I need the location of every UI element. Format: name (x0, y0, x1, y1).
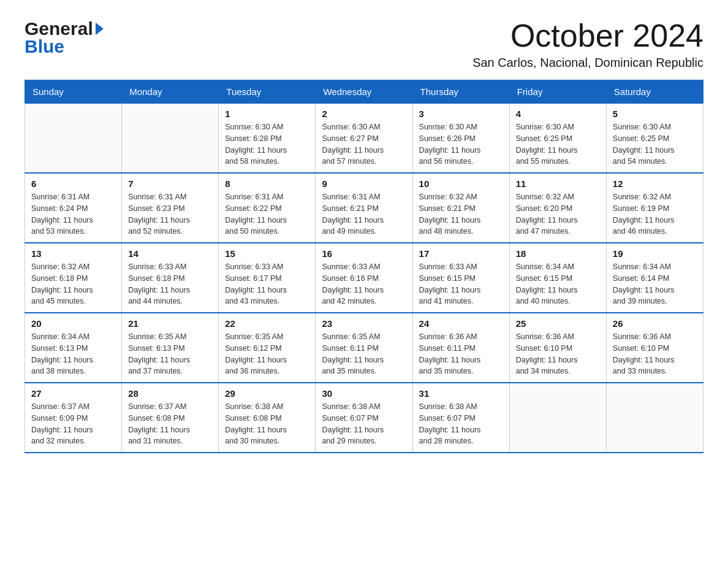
calendar-cell: 24Sunrise: 6:36 AM Sunset: 6:11 PM Dayli… (412, 313, 509, 383)
calendar-cell: 1Sunrise: 6:30 AM Sunset: 6:28 PM Daylig… (219, 104, 316, 174)
day-info: Sunrise: 6:31 AM Sunset: 6:24 PM Dayligh… (31, 191, 115, 237)
day-number: 6 (31, 178, 115, 189)
day-info: Sunrise: 6:30 AM Sunset: 6:27 PM Dayligh… (322, 121, 406, 167)
day-info: Sunrise: 6:32 AM Sunset: 6:18 PM Dayligh… (31, 261, 115, 307)
weekday-header-friday: Friday (509, 80, 606, 104)
weekday-header-monday: Monday (122, 80, 219, 104)
calendar-cell: 2Sunrise: 6:30 AM Sunset: 6:27 PM Daylig… (316, 104, 412, 174)
day-number: 24 (419, 318, 503, 329)
day-number: 8 (225, 178, 309, 189)
calendar-cell: 15Sunrise: 6:33 AM Sunset: 6:17 PM Dayli… (219, 243, 316, 313)
week-row-1: 1Sunrise: 6:30 AM Sunset: 6:28 PM Daylig… (25, 104, 703, 174)
day-info: Sunrise: 6:34 AM Sunset: 6:13 PM Dayligh… (31, 331, 115, 377)
calendar-cell (25, 104, 122, 174)
day-number: 20 (31, 318, 115, 329)
calendar-cell: 30Sunrise: 6:38 AM Sunset: 6:07 PM Dayli… (316, 383, 412, 453)
day-info: Sunrise: 6:36 AM Sunset: 6:10 PM Dayligh… (613, 331, 697, 377)
calendar-cell: 21Sunrise: 6:35 AM Sunset: 6:13 PM Dayli… (122, 313, 219, 383)
day-number: 27 (31, 388, 115, 399)
day-info: Sunrise: 6:33 AM Sunset: 6:18 PM Dayligh… (128, 261, 212, 307)
day-info: Sunrise: 6:38 AM Sunset: 6:08 PM Dayligh… (225, 401, 309, 447)
day-number: 26 (613, 318, 697, 329)
day-info: Sunrise: 6:31 AM Sunset: 6:21 PM Dayligh… (322, 191, 406, 237)
day-number: 11 (516, 178, 600, 189)
day-number: 17 (419, 248, 503, 259)
calendar-cell: 25Sunrise: 6:36 AM Sunset: 6:10 PM Dayli… (509, 313, 606, 383)
calendar-cell: 28Sunrise: 6:37 AM Sunset: 6:08 PM Dayli… (122, 383, 219, 453)
day-info: Sunrise: 6:31 AM Sunset: 6:22 PM Dayligh… (225, 191, 309, 237)
day-info: Sunrise: 6:30 AM Sunset: 6:25 PM Dayligh… (516, 121, 600, 167)
day-info: Sunrise: 6:30 AM Sunset: 6:28 PM Dayligh… (225, 121, 309, 167)
calendar-cell: 11Sunrise: 6:32 AM Sunset: 6:20 PM Dayli… (509, 173, 606, 243)
day-number: 10 (419, 178, 503, 189)
day-info: Sunrise: 6:30 AM Sunset: 6:26 PM Dayligh… (419, 121, 503, 167)
calendar-cell: 31Sunrise: 6:38 AM Sunset: 6:07 PM Dayli… (412, 383, 509, 453)
logo-blue-text: Blue (25, 36, 64, 57)
weekday-header-wednesday: Wednesday (316, 80, 412, 104)
day-number: 30 (322, 388, 406, 399)
day-info: Sunrise: 6:34 AM Sunset: 6:15 PM Dayligh… (516, 261, 600, 307)
day-number: 25 (516, 318, 600, 329)
calendar-cell: 27Sunrise: 6:37 AM Sunset: 6:09 PM Dayli… (25, 383, 122, 453)
week-row-3: 13Sunrise: 6:32 AM Sunset: 6:18 PM Dayli… (25, 243, 703, 313)
day-info: Sunrise: 6:33 AM Sunset: 6:15 PM Dayligh… (419, 261, 503, 307)
title-section: October 2024 San Carlos, Nacional, Domin… (472, 18, 703, 70)
calendar-cell: 12Sunrise: 6:32 AM Sunset: 6:19 PM Dayli… (606, 173, 703, 243)
calendar-cell: 17Sunrise: 6:33 AM Sunset: 6:15 PM Dayli… (412, 243, 509, 313)
day-info: Sunrise: 6:30 AM Sunset: 6:25 PM Dayligh… (613, 121, 697, 167)
weekday-header-saturday: Saturday (606, 80, 703, 104)
calendar-cell: 13Sunrise: 6:32 AM Sunset: 6:18 PM Dayli… (25, 243, 122, 313)
day-info: Sunrise: 6:33 AM Sunset: 6:16 PM Dayligh… (322, 261, 406, 307)
day-number: 4 (516, 109, 600, 119)
day-info: Sunrise: 6:37 AM Sunset: 6:09 PM Dayligh… (31, 401, 115, 447)
day-info: Sunrise: 6:31 AM Sunset: 6:23 PM Dayligh… (128, 191, 212, 237)
day-info: Sunrise: 6:35 AM Sunset: 6:12 PM Dayligh… (225, 331, 309, 377)
calendar-cell (122, 104, 219, 174)
day-number: 12 (613, 178, 697, 189)
calendar-cell: 23Sunrise: 6:35 AM Sunset: 6:11 PM Dayli… (316, 313, 412, 383)
calendar-cell: 6Sunrise: 6:31 AM Sunset: 6:24 PM Daylig… (25, 173, 122, 243)
calendar-cell: 10Sunrise: 6:32 AM Sunset: 6:21 PM Dayli… (412, 173, 509, 243)
day-number: 3 (419, 109, 503, 119)
logo-triangle-icon (96, 23, 104, 35)
day-info: Sunrise: 6:35 AM Sunset: 6:11 PM Dayligh… (322, 331, 406, 377)
day-number: 9 (322, 178, 406, 189)
day-info: Sunrise: 6:36 AM Sunset: 6:11 PM Dayligh… (419, 331, 503, 377)
weekday-header-sunday: Sunday (25, 80, 122, 104)
day-number: 21 (128, 318, 212, 329)
calendar-cell: 16Sunrise: 6:33 AM Sunset: 6:16 PM Dayli… (316, 243, 412, 313)
day-info: Sunrise: 6:37 AM Sunset: 6:08 PM Dayligh… (128, 401, 212, 447)
day-info: Sunrise: 6:38 AM Sunset: 6:07 PM Dayligh… (419, 401, 503, 447)
calendar-cell: 5Sunrise: 6:30 AM Sunset: 6:25 PM Daylig… (606, 104, 703, 174)
week-row-2: 6Sunrise: 6:31 AM Sunset: 6:24 PM Daylig… (25, 173, 703, 243)
calendar-cell: 3Sunrise: 6:30 AM Sunset: 6:26 PM Daylig… (412, 104, 509, 174)
day-number: 31 (419, 388, 503, 399)
day-info: Sunrise: 6:32 AM Sunset: 6:19 PM Dayligh… (613, 191, 697, 237)
weekday-header-row: SundayMondayTuesdayWednesdayThursdayFrid… (25, 80, 703, 104)
day-number: 16 (322, 248, 406, 259)
day-info: Sunrise: 6:38 AM Sunset: 6:07 PM Dayligh… (322, 401, 406, 447)
weekday-header-thursday: Thursday (412, 80, 509, 104)
day-info: Sunrise: 6:34 AM Sunset: 6:14 PM Dayligh… (613, 261, 697, 307)
day-info: Sunrise: 6:33 AM Sunset: 6:17 PM Dayligh… (225, 261, 309, 307)
calendar-cell: 20Sunrise: 6:34 AM Sunset: 6:13 PM Dayli… (25, 313, 122, 383)
calendar-cell: 7Sunrise: 6:31 AM Sunset: 6:23 PM Daylig… (122, 173, 219, 243)
day-info: Sunrise: 6:36 AM Sunset: 6:10 PM Dayligh… (516, 331, 600, 377)
calendar-table: SundayMondayTuesdayWednesdayThursdayFrid… (25, 80, 703, 453)
day-number: 2 (322, 109, 406, 119)
calendar-cell (509, 383, 606, 453)
day-info: Sunrise: 6:32 AM Sunset: 6:21 PM Dayligh… (419, 191, 503, 237)
day-number: 29 (225, 388, 309, 399)
month-title: October 2024 (472, 18, 703, 53)
calendar-cell: 14Sunrise: 6:33 AM Sunset: 6:18 PM Dayli… (122, 243, 219, 313)
calendar-cell: 26Sunrise: 6:36 AM Sunset: 6:10 PM Dayli… (606, 313, 703, 383)
day-number: 5 (613, 109, 697, 119)
week-row-5: 27Sunrise: 6:37 AM Sunset: 6:09 PM Dayli… (25, 383, 703, 453)
calendar-cell (606, 383, 703, 453)
day-number: 23 (322, 318, 406, 329)
header: General Blue October 2024 San Carlos, Na… (25, 18, 703, 70)
day-number: 22 (225, 318, 309, 329)
calendar-cell: 4Sunrise: 6:30 AM Sunset: 6:25 PM Daylig… (509, 104, 606, 174)
day-number: 18 (516, 248, 600, 259)
calendar-cell: 29Sunrise: 6:38 AM Sunset: 6:08 PM Dayli… (219, 383, 316, 453)
